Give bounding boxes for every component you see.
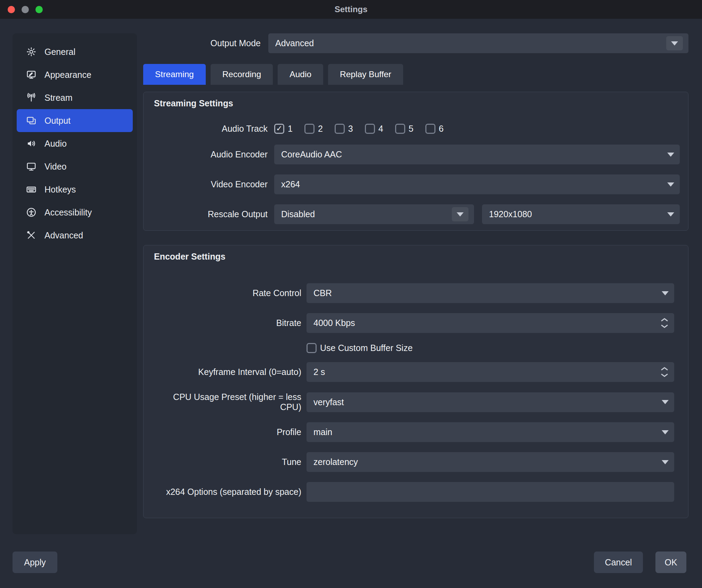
- main-panel: Output Mode Advanced Streaming Recording…: [143, 33, 688, 518]
- rescale-output-label: Rescale Output: [152, 209, 268, 219]
- output-icon: [26, 115, 37, 126]
- sidebar-item-label: Accessibility: [44, 207, 92, 218]
- chevron-up-icon: [660, 318, 669, 322]
- audio-track-4-checkbox[interactable]: [365, 124, 375, 134]
- speaker-icon: [26, 138, 37, 149]
- profile-label: Profile: [152, 427, 301, 437]
- tab-streaming[interactable]: Streaming: [143, 64, 206, 85]
- output-mode-value: Advanced: [275, 38, 314, 48]
- chevron-up-icon: [660, 367, 669, 371]
- rate-control-value: CBR: [313, 288, 332, 298]
- audio-track-3: 3: [335, 124, 353, 134]
- sidebar-item-audio[interactable]: Audio: [17, 132, 133, 155]
- sidebar: General Appearance Stream Output Audio V…: [13, 33, 137, 534]
- chevron-down-icon: [660, 324, 669, 328]
- sidebar-item-hotkeys[interactable]: Hotkeys: [17, 178, 133, 201]
- traffic-lights: [8, 0, 43, 19]
- sidebar-item-label: Appearance: [44, 70, 91, 80]
- tab-replay-buffer[interactable]: Replay Buffer: [328, 64, 403, 85]
- audio-track-5-checkbox[interactable]: [395, 124, 405, 134]
- sidebar-item-label: Stream: [44, 93, 73, 103]
- sidebar-item-general[interactable]: General: [17, 40, 133, 63]
- rescale-resolution-select[interactable]: 1920x1080: [482, 204, 680, 224]
- sidebar-item-label: Output: [44, 116, 71, 126]
- audio-track-1-checkbox[interactable]: [274, 124, 284, 134]
- audio-track-2-label: 2: [318, 124, 323, 134]
- profile-select[interactable]: main: [307, 422, 674, 442]
- audio-track-1-label: 1: [288, 124, 293, 134]
- tune-label: Tune: [152, 457, 301, 467]
- minimize-window-button[interactable]: [22, 6, 29, 13]
- close-window-button[interactable]: [8, 6, 15, 13]
- sidebar-item-accessibility[interactable]: Accessibility: [17, 201, 133, 224]
- sidebar-item-label: Advanced: [44, 230, 83, 240]
- cancel-button[interactable]: Cancel: [594, 552, 643, 573]
- output-tabs: Streaming Recording Audio Replay Buffer: [143, 64, 688, 85]
- x264-options-label: x264 Options (separated by space): [152, 487, 301, 497]
- audio-track-6-checkbox[interactable]: [425, 124, 435, 134]
- apply-button[interactable]: Apply: [13, 552, 57, 573]
- bitrate-spinner[interactable]: 4000 Kbps: [307, 313, 674, 333]
- sidebar-item-output[interactable]: Output: [17, 109, 133, 132]
- rescale-mode-select[interactable]: Disabled: [274, 204, 474, 224]
- custom-buffer-row: Use Custom Buffer Size: [152, 342, 680, 354]
- rescale-mode-value: Disabled: [281, 209, 315, 219]
- titlebar: Settings: [0, 0, 702, 19]
- audio-track-4-label: 4: [378, 124, 383, 134]
- chevron-down-icon: [671, 41, 678, 46]
- chevron-down-icon: [662, 460, 669, 464]
- group-title: Encoder Settings: [154, 252, 680, 263]
- chevron-down-icon: [667, 153, 674, 157]
- video-encoder-value: x264: [281, 179, 300, 189]
- chevron-down-icon: [662, 430, 669, 434]
- audio-track-4: 4: [365, 124, 383, 134]
- profile-row: Profile main: [152, 422, 680, 442]
- ok-button[interactable]: OK: [655, 552, 686, 573]
- audio-track-3-checkbox[interactable]: [335, 124, 345, 134]
- audio-track-label: Audio Track: [152, 124, 268, 134]
- sidebar-item-advanced[interactable]: Advanced: [17, 224, 133, 247]
- tune-value: zerolatency: [313, 457, 358, 467]
- sidebar-item-video[interactable]: Video: [17, 155, 133, 178]
- sidebar-item-label: General: [44, 47, 75, 57]
- keyframe-interval-spinner[interactable]: 2 s: [307, 362, 674, 382]
- zoom-window-button[interactable]: [35, 6, 43, 13]
- custom-buffer-checkbox[interactable]: [307, 343, 317, 353]
- chevron-down-icon: [667, 182, 674, 187]
- video-encoder-select[interactable]: x264: [274, 174, 680, 194]
- rate-control-label: Rate Control: [152, 288, 301, 298]
- cpu-preset-label: CPU Usage Preset (higher = less CPU): [152, 392, 301, 412]
- video-encoder-row: Video Encoder x264: [152, 174, 680, 194]
- audio-track-2: 2: [304, 124, 323, 134]
- rescale-resolution-value: 1920x1080: [489, 209, 532, 219]
- tab-recording[interactable]: Recording: [211, 64, 273, 85]
- video-encoder-label: Video Encoder: [152, 179, 268, 189]
- tab-audio[interactable]: Audio: [278, 64, 323, 85]
- bitrate-row: Bitrate 4000 Kbps: [152, 313, 680, 333]
- audio-track-6: 6: [425, 124, 444, 134]
- chevron-down-icon: [660, 373, 669, 377]
- tune-row: Tune zerolatency: [152, 452, 680, 472]
- tools-icon: [26, 230, 37, 241]
- dropdown-arrow-box: [666, 36, 683, 50]
- profile-value: main: [313, 427, 332, 437]
- x264-options-input[interactable]: [307, 482, 674, 502]
- chevron-down-icon: [667, 212, 674, 217]
- cpu-preset-select[interactable]: veryfast: [307, 392, 674, 412]
- monitor-icon: [26, 161, 37, 172]
- tune-select[interactable]: zerolatency: [307, 452, 674, 472]
- rate-control-select[interactable]: CBR: [307, 283, 674, 303]
- audio-encoder-select[interactable]: CoreAudio AAC: [274, 145, 680, 164]
- output-mode-row: Output Mode Advanced: [143, 33, 688, 53]
- output-mode-select[interactable]: Advanced: [268, 33, 688, 53]
- chevron-down-icon: [457, 212, 464, 217]
- sidebar-item-stream[interactable]: Stream: [17, 86, 133, 109]
- streaming-settings-group: Streaming Settings Audio Track 1 2 3: [143, 92, 688, 231]
- gear-icon: [26, 46, 37, 57]
- sidebar-item-appearance[interactable]: Appearance: [17, 63, 133, 86]
- audio-track-2-checkbox[interactable]: [304, 124, 315, 134]
- dropdown-arrow-box: [452, 207, 468, 221]
- rescale-output-row: Rescale Output Disabled 1920x1080: [152, 204, 680, 224]
- audio-encoder-label: Audio Encoder: [152, 149, 268, 160]
- audio-track-row: Audio Track 1 2 3 4: [152, 122, 680, 136]
